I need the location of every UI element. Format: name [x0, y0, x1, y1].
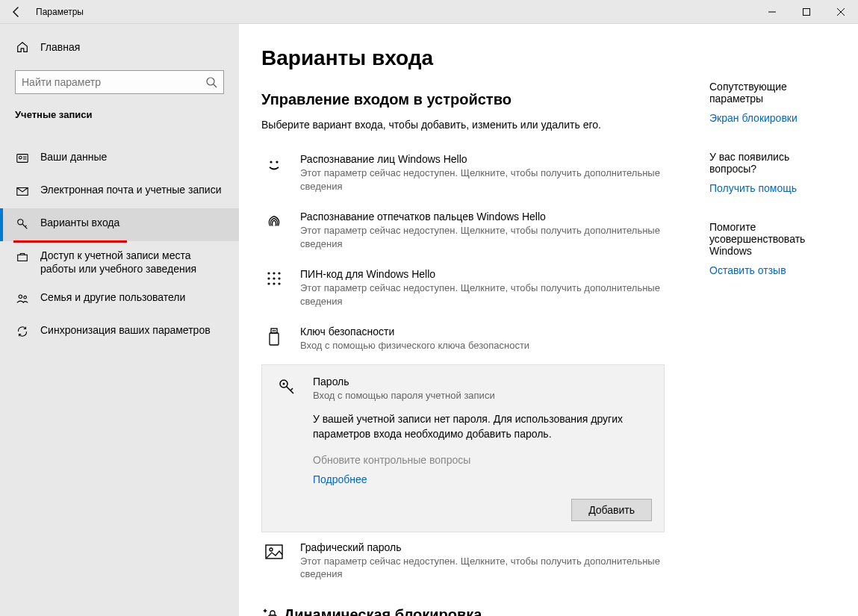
- more-link[interactable]: Подробнее: [313, 473, 367, 485]
- option-title: Распознавание лиц Windows Hello: [300, 153, 665, 165]
- svg-point-26: [273, 283, 275, 285]
- svg-line-12: [22, 224, 27, 228]
- sidebar-item-your-info[interactable]: Ваши данные: [0, 143, 239, 175]
- svg-point-19: [267, 273, 270, 275]
- password-key-icon: [274, 376, 299, 402]
- sidebar-item-email[interactable]: Электронная почта и учетные записи: [0, 175, 239, 208]
- back-button[interactable]: [0, 0, 33, 24]
- sidebar-item-label: Электронная почта и учетные записи: [40, 183, 221, 196]
- lock-screen-link[interactable]: Экран блокировки: [709, 112, 798, 124]
- usb-key-icon: [261, 326, 287, 352]
- keypad-icon: [261, 268, 287, 308]
- svg-point-25: [267, 283, 270, 285]
- sidebar: Главная Учетные записи Ваши данные Элект…: [0, 24, 239, 616]
- search-icon: [205, 76, 217, 88]
- option-title: Ключ безопасности: [300, 326, 665, 337]
- picture-icon: [261, 541, 287, 581]
- fingerprint-icon: [261, 211, 287, 250]
- page-title: Варианты входа: [261, 46, 665, 70]
- close-button[interactable]: [824, 0, 858, 24]
- svg-point-17: [270, 161, 272, 163]
- svg-point-22: [267, 278, 270, 280]
- option-desc: Вход с помощью физического ключа безопас…: [300, 339, 665, 352]
- svg-point-24: [278, 278, 280, 280]
- sparkle-lock-icon: [261, 606, 278, 616]
- sidebar-section-label: Учетные записи: [0, 109, 239, 129]
- related-title: Сопутствующие параметры: [709, 81, 828, 105]
- svg-point-20: [273, 273, 275, 275]
- option-title: Распознавание отпечатков пальцев Windows…: [300, 211, 665, 223]
- svg-point-27: [278, 283, 280, 285]
- svg-rect-30: [273, 330, 274, 332]
- svg-rect-6: [17, 155, 28, 163]
- feedback-block: Помогите усовершенствовать Windows Остав…: [709, 221, 828, 276]
- option-desc: Вход с помощью пароля учетной записи: [313, 389, 652, 402]
- content-area: Варианты входа Управление входом в устро…: [239, 24, 858, 616]
- option-password[interactable]: Пароль Вход с помощью пароля учетной зап…: [261, 364, 665, 532]
- password-details: У вашей учетной записи нет пароля. Для и…: [274, 412, 652, 441]
- home-button[interactable]: Главная: [0, 34, 239, 60]
- sidebar-item-work-access[interactable]: Доступ к учетной записи места работы или…: [0, 241, 239, 283]
- option-security-key[interactable]: Ключ безопасности Вход с помощью физичес…: [261, 317, 665, 361]
- svg-line-35: [290, 388, 293, 391]
- svg-line-5: [214, 84, 217, 87]
- svg-point-33: [283, 382, 285, 385]
- intro-text: Выберите вариант входа, чтобы добавить, …: [261, 119, 665, 131]
- option-desc: Этот параметр сейчас недоступен. Щелкнит…: [300, 167, 665, 193]
- close-icon: [837, 8, 845, 16]
- svg-point-4: [207, 78, 214, 85]
- add-button[interactable]: Добавить: [571, 499, 652, 521]
- svg-rect-29: [270, 333, 279, 345]
- svg-point-7: [19, 156, 22, 159]
- mail-icon: [15, 184, 30, 198]
- option-face-recognition[interactable]: Распознавание лиц Windows Hello Этот пар…: [261, 144, 665, 202]
- svg-line-34: [287, 386, 294, 393]
- svg-point-11: [18, 220, 23, 225]
- maximize-button[interactable]: [789, 0, 824, 24]
- sidebar-item-signin-options[interactable]: Варианты входа: [0, 208, 239, 241]
- window-title: Параметры: [33, 7, 84, 17]
- option-fingerprint[interactable]: Распознавание отпечатков пальцев Windows…: [261, 202, 665, 259]
- option-title: ПИН-код для Windows Hello: [300, 268, 665, 280]
- get-help-link[interactable]: Получить помощь: [709, 182, 797, 194]
- sidebar-item-label: Синхронизация ваших параметров: [40, 323, 211, 337]
- svg-line-13: [25, 225, 27, 227]
- maximize-icon: [803, 8, 810, 16]
- svg-point-37: [270, 548, 273, 551]
- svg-rect-28: [271, 329, 277, 333]
- sidebar-item-sync[interactable]: Синхронизация ваших параметров: [0, 316, 239, 349]
- minimize-button[interactable]: [755, 0, 789, 24]
- sidebar-item-family[interactable]: Семья и другие пользователи: [0, 283, 239, 316]
- sidebar-item-label: Семья и другие пользователи: [40, 290, 185, 304]
- dynamic-lock-heading: Динамическая блокировка: [261, 606, 665, 616]
- titlebar: Параметры: [0, 0, 858, 24]
- option-desc: Этот параметр сейчас недоступен. Щелкнит…: [300, 555, 665, 581]
- arrow-left-icon: [10, 6, 22, 18]
- home-label: Главная: [40, 41, 80, 53]
- svg-rect-14: [18, 255, 28, 261]
- svg-point-23: [273, 278, 275, 280]
- home-icon: [15, 40, 30, 54]
- sync-icon: [15, 325, 30, 338]
- option-pin[interactable]: ПИН-код для Windows Hello Этот параметр …: [261, 259, 665, 317]
- svg-point-15: [19, 295, 22, 299]
- briefcase-icon: [15, 250, 30, 264]
- svg-point-18: [276, 161, 278, 163]
- svg-rect-1: [803, 8, 810, 15]
- feedback-title: Помогите усовершенствовать Windows: [709, 221, 828, 257]
- sidebar-item-label: Ваши данные: [40, 150, 107, 164]
- search-input[interactable]: [22, 76, 205, 88]
- related-params-block: Сопутствующие параметры Экран блокировки: [709, 81, 828, 124]
- dynamic-lock-title: Динамическая блокировка: [284, 606, 482, 616]
- questions-title: У вас появились вопросы?: [709, 151, 828, 175]
- people-icon: [15, 292, 30, 305]
- option-title: Графический пароль: [300, 541, 665, 553]
- feedback-link[interactable]: Оставить отзыв: [709, 264, 786, 276]
- option-picture-password[interactable]: Графический пароль Этот параметр сейчас …: [261, 532, 665, 590]
- sidebar-item-label: Доступ к учетной записи места работы или…: [40, 249, 224, 276]
- search-box[interactable]: [15, 70, 224, 94]
- svg-point-16: [24, 296, 27, 299]
- face-icon: [261, 153, 287, 193]
- sidebar-item-label: Варианты входа: [40, 216, 119, 229]
- option-title: Пароль: [313, 376, 652, 388]
